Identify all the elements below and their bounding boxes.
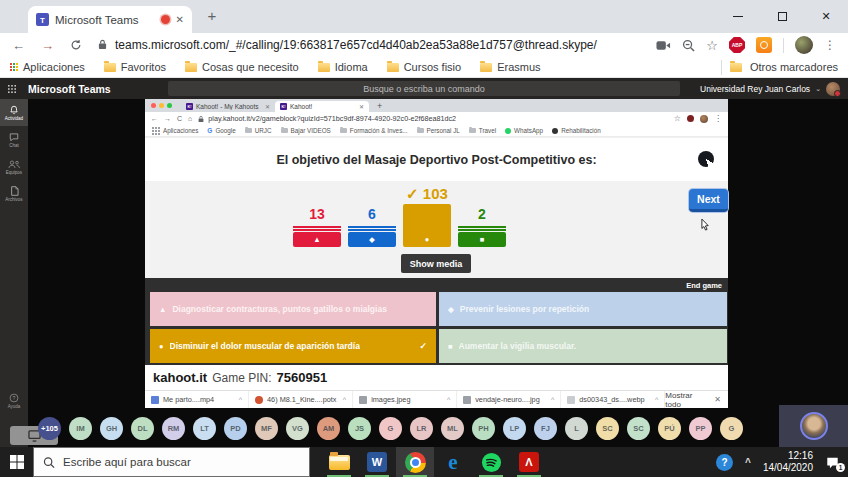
traffic-light-close-icon[interactable] <box>151 103 156 108</box>
new-tab-button[interactable]: + <box>377 101 382 111</box>
show-media-button[interactable]: Show media <box>401 254 471 273</box>
bookmark-folder[interactable]: Favoritos <box>104 61 166 73</box>
extension-icon[interactable] <box>687 115 694 122</box>
bookmark-google[interactable]: GGoogle <box>207 127 235 134</box>
taskbar-edge[interactable]: e <box>434 447 472 477</box>
participant-avatar[interactable]: SC <box>596 417 619 440</box>
participant-avatar[interactable]: LP <box>503 417 526 440</box>
traffic-light-minimize-icon[interactable] <box>159 103 164 108</box>
back-icon[interactable]: ← <box>151 115 158 122</box>
download-item[interactable]: 46) M8.1_Kine....potx^ <box>249 391 353 408</box>
teams-user-avatar[interactable] <box>826 82 840 96</box>
participant-avatar[interactable]: MF <box>255 417 278 440</box>
reload-icon[interactable]: C <box>177 115 182 122</box>
chevron-up-icon[interactable]: ^ <box>447 396 450 403</box>
participant-avatar[interactable]: FJ <box>534 417 557 440</box>
participant-avatar[interactable]: SC <box>627 417 650 440</box>
participant-avatar[interactable]: DL <box>131 417 154 440</box>
sidebar-item-ayuda[interactable]: ? Ayuda <box>0 393 28 409</box>
download-item[interactable]: images.jpeg^ <box>353 391 457 408</box>
url-text[interactable]: play.kahoot.it/v2/gameblock?quizId=571bc… <box>208 114 456 123</box>
download-item[interactable]: ds00343_ds....webp^ <box>561 391 665 408</box>
close-window-button[interactable]: ✕ <box>804 0 848 33</box>
forward-icon[interactable]: → <box>41 38 54 53</box>
shared-tab-my-kahoots[interactable]: K! Kahoot! - My Kahoots ✕ <box>181 101 275 112</box>
orange-extension-icon[interactable] <box>756 37 772 53</box>
taskbar-clock[interactable]: 12:16 14/04/2020 <box>763 450 813 474</box>
answer-option-red[interactable]: ▲ Diagnosticar contracturas, puntos gati… <box>150 292 436 326</box>
participant-avatar[interactable]: G <box>379 417 402 440</box>
taskbar-word[interactable]: W <box>358 447 396 477</box>
taskbar-search-input[interactable] <box>63 456 300 468</box>
participant-avatar[interactable]: PD <box>224 417 247 440</box>
show-all-link[interactable]: Mostrar todo <box>665 391 702 409</box>
self-video-tile[interactable] <box>779 405 848 447</box>
sidebar-item-archivos[interactable]: Archivos <box>0 180 28 207</box>
participant-avatar[interactable]: IM <box>69 417 92 440</box>
sidebar-item-equipos[interactable]: Equipos <box>0 153 28 180</box>
close-downloads-icon[interactable]: ✕ <box>714 395 721 404</box>
org-switcher[interactable]: Universidad Rey Juan Carlos <box>700 84 810 94</box>
bookmark-apps[interactable]: Aplicaciones <box>10 61 85 73</box>
taskbar-chrome[interactable] <box>396 447 434 477</box>
answer-option-blue[interactable]: ◆ Prevenir lesiones por repetición <box>439 292 727 326</box>
bookmark-folder[interactable]: Cosas que necesito <box>185 61 299 73</box>
bookmark-folder[interactable]: Idioma <box>318 61 368 73</box>
participant-avatar[interactable]: PH <box>472 417 495 440</box>
taskbar-explorer[interactable] <box>320 447 358 477</box>
shared-tab-kahoot[interactable]: K! Kahoot! ✕ <box>275 101 369 112</box>
get-help-tray-icon[interactable]: ? <box>716 454 733 471</box>
browser-menu-icon[interactable]: ⋮ <box>714 114 722 123</box>
answer-option-yellow-correct[interactable]: ● Disminuir el dolor muscular de aparici… <box>150 329 436 363</box>
reload-icon[interactable] <box>70 39 82 51</box>
taskbar-search-box[interactable] <box>33 447 310 477</box>
participant-avatar[interactable]: +105 <box>38 417 61 440</box>
download-item[interactable]: Me parto....mp4^ <box>145 391 249 408</box>
profile-avatar[interactable] <box>795 36 813 54</box>
next-button[interactable]: Next <box>689 189 728 212</box>
bookmark-star-icon[interactable]: ☆ <box>706 38 718 53</box>
participant-avatar[interactable]: AM <box>317 417 340 440</box>
bookmark-folder[interactable]: Cursos fisio <box>387 61 461 73</box>
bookmark-star-icon[interactable]: ☆ <box>674 114 681 123</box>
profile-avatar[interactable] <box>700 115 708 123</box>
bookmark-folder[interactable]: URJC <box>245 127 272 134</box>
sidebar-item-actividad[interactable]: Actividad <box>0 99 28 126</box>
participant-avatar[interactable]: JS <box>348 417 371 440</box>
start-button[interactable] <box>0 447 33 477</box>
bookmark-whatsapp[interactable]: WhatsApp <box>505 127 543 134</box>
participant-avatar[interactable]: PÚ <box>658 417 681 440</box>
chevron-up-icon[interactable]: ^ <box>239 396 242 403</box>
zoom-out-icon[interactable] <box>682 39 695 52</box>
tab-close-icon[interactable]: ✕ <box>359 103 364 110</box>
bookmark-folder[interactable]: Erasmus <box>480 61 540 73</box>
adblock-extension-icon[interactable]: ABP <box>729 37 745 53</box>
end-game-link[interactable]: End game <box>686 281 722 290</box>
participant-avatar[interactable]: RM <box>162 417 185 440</box>
url-text[interactable]: teams.microsoft.com/_#/calling/19:663817… <box>115 38 597 52</box>
bookmark-folder[interactable]: Bajar VIDEOS <box>281 127 331 134</box>
sidebar-item-chat[interactable]: Chat <box>0 126 28 153</box>
participant-avatar[interactable]: LT <box>193 417 216 440</box>
download-item[interactable]: vendaje-neuro....jpg^ <box>457 391 561 408</box>
participant-avatar[interactable]: L <box>565 417 588 440</box>
participant-avatar[interactable]: G <box>720 417 743 440</box>
back-icon[interactable]: ← <box>12 38 25 53</box>
bookmark-folder[interactable]: Formación & Inves... <box>340 127 408 134</box>
participant-avatar[interactable]: GH <box>100 417 123 440</box>
action-center-button[interactable]: 1 <box>825 456 840 469</box>
new-tab-button[interactable]: + <box>202 7 222 24</box>
answer-option-green[interactable]: ■ Aumentar la vigilia muscular. <box>439 329 727 363</box>
waffle-menu-icon[interactable] <box>8 85 16 93</box>
maximize-button[interactable] <box>760 0 804 33</box>
teams-search-input[interactable] <box>168 84 680 94</box>
forward-icon[interactable]: → <box>164 115 171 122</box>
camera-icon[interactable] <box>656 40 671 51</box>
bookmark-rehabilitacion[interactable]: Rehabilitación <box>552 127 601 134</box>
chevron-up-icon[interactable]: ^ <box>343 396 346 403</box>
participant-avatar[interactable]: VG <box>286 417 309 440</box>
chevron-up-icon[interactable]: ^ <box>655 396 658 403</box>
other-bookmarks[interactable]: Otros marcadores <box>721 60 838 75</box>
participant-avatar[interactable]: PP <box>689 417 712 440</box>
home-icon[interactable]: ⌂ <box>188 115 192 122</box>
